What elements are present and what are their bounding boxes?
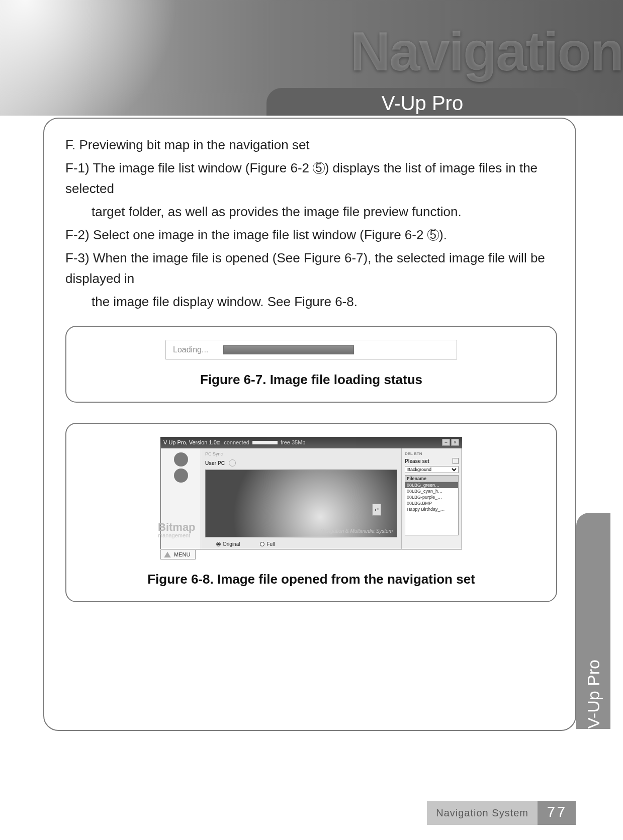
circled-number-icon: 5	[313, 162, 324, 173]
side-label-top: Bitmap	[158, 521, 196, 533]
banner-watermark: Navigation	[350, 19, 623, 83]
status-connected: connected	[224, 439, 249, 445]
app-window: V Up Pro, Version 1.0α connected free 35…	[160, 437, 462, 559]
page-footer: Navigation System 77	[427, 801, 576, 825]
radio-full[interactable]: Full	[260, 541, 275, 547]
loading-label: Loading...	[173, 345, 208, 354]
file-list-header: Filename	[405, 476, 458, 482]
progress-bar	[223, 345, 354, 354]
close-button[interactable]: ×	[451, 439, 459, 446]
heading-f: F. Previewing bit map in the navigation …	[65, 135, 557, 155]
side-chapter-label: V-Up Pro	[584, 644, 603, 729]
text-fragment: F-1) The image file list window (Figure …	[65, 160, 313, 175]
file-list[interactable]: Filename 08LBG_green… 08LBG_cyan_h… 08LB…	[405, 475, 459, 535]
footer-label: Navigation System	[427, 801, 538, 825]
section-tab-label: V-Up Pro	[382, 92, 463, 115]
minimize-button[interactable]: –	[442, 439, 450, 446]
image-preview[interactable]	[205, 470, 397, 537]
text-fragment: ).	[439, 227, 447, 242]
preview-panel: PC Sync User PC Original Full	[201, 448, 401, 549]
menu-tab[interactable]: MENU	[160, 550, 196, 559]
loading-strip: Loading...	[165, 340, 457, 360]
radio-original-label: Original	[223, 541, 240, 547]
category-dropdown[interactable]: Background	[405, 466, 459, 473]
list-item[interactable]: 08LBG.BMP	[405, 500, 458, 506]
del-btn-label: DEL BTN	[405, 451, 422, 456]
list-item[interactable]: 08LBG_cyan_h…	[405, 488, 458, 494]
transfer-button[interactable]: ⇄	[372, 504, 381, 516]
figure-6-8-box: V Up Pro, Version 1.0α connected free 35…	[65, 423, 557, 602]
side-label-bot: management	[158, 533, 196, 538]
step-f3-line2: the image file display window. See Figur…	[65, 292, 557, 312]
body-text: F. Previewing bit map in the navigation …	[65, 135, 557, 312]
figure-6-7-caption: Figure 6-7. Image file loading status	[79, 372, 543, 388]
refresh-icon[interactable]	[229, 459, 236, 466]
list-item[interactable]: Happy Birthday_…	[405, 506, 458, 512]
step-f1-line1: F-1) The image file list window (Figure …	[65, 158, 557, 199]
side-chapter-tab: V-Up Pro	[576, 513, 610, 729]
text-fragment: F-2) Select one image in the image file …	[65, 227, 427, 242]
pc-sync-label: PC Sync	[205, 451, 223, 456]
circled-number-icon: 5	[427, 229, 439, 240]
please-set-label: Please set	[405, 458, 429, 464]
radio-full-label: Full	[266, 541, 275, 547]
list-item[interactable]: 08LBG-purple_…	[405, 494, 458, 500]
title-bar[interactable]: V Up Pro, Version 1.0α connected free 35…	[160, 437, 462, 448]
list-item[interactable]: 08LBG_green…	[405, 482, 458, 488]
step-f2: F-2) Select one image in the image file …	[65, 225, 557, 245]
step-f1-line2: target folder, as well as provides the i…	[65, 202, 557, 222]
page-banner: Navigation V-Up Pro	[0, 0, 623, 116]
status-free: free 35Mb	[281, 439, 306, 445]
radio-original[interactable]: Original	[216, 541, 240, 547]
side-panel: Bitmap management	[161, 448, 201, 549]
file-list-panel: DEL BTN Please set Background Filename 0…	[401, 448, 462, 549]
content-frame: F. Previewing bit map in the navigation …	[43, 118, 576, 731]
section-tab: V-Up Pro	[266, 88, 578, 116]
user-pc-label: User PC	[205, 460, 225, 466]
trash-icon[interactable]	[453, 458, 459, 464]
figure-6-7-box: Loading... Figure 6-7. Image file loadin…	[65, 326, 557, 403]
page-number: 77	[538, 801, 576, 825]
figure-6-8-caption: Figure 6-8. Image file opened from the n…	[79, 572, 543, 587]
step-f3-line1: F-3) When the image file is opened (See …	[65, 248, 557, 289]
app-title: V Up Pro, Version 1.0α	[163, 439, 220, 445]
